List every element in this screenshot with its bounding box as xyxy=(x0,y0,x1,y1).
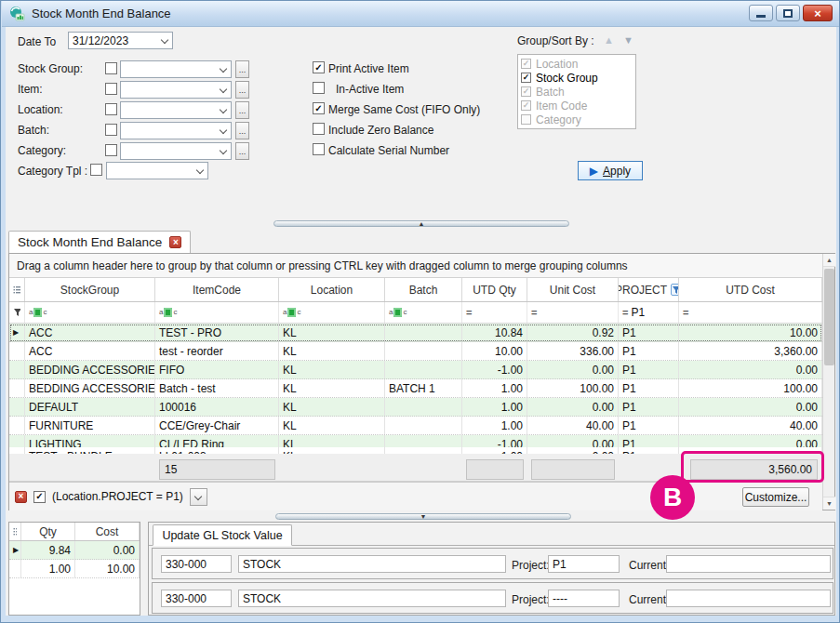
category-checkbox[interactable] xyxy=(105,144,117,156)
filter-cell-utd-cost[interactable]: = xyxy=(679,302,822,323)
grid-row[interactable]: DEFAULT100016KL1.000.00P10.00 xyxy=(9,398,822,417)
gl-row: 330-000STOCKProject:P1Current: xyxy=(152,548,833,579)
item-browse-button[interactable]: ... xyxy=(235,81,249,99)
cell-stockgroup: FURNITURE xyxy=(25,417,155,434)
merge-same-cost-checkbox[interactable] xyxy=(313,102,325,114)
grid-row[interactable]: ACCtest - reorderKL10.00336.00P13,360.00 xyxy=(9,342,822,361)
totals-grid-rows: ▶9.840.001.0010.00 xyxy=(9,541,140,578)
view-tab[interactable]: Stock Month End Balance × xyxy=(8,231,191,253)
gl-account-name-input[interactable]: STOCK xyxy=(238,555,506,573)
cell-utd-qty: 1.00 xyxy=(462,398,527,416)
filter-enabled-checkbox[interactable] xyxy=(33,491,46,503)
minimize-button[interactable] xyxy=(749,5,773,21)
grid-row[interactable]: FURNITURECCE/Grey-ChairKL1.0040.00P140.0… xyxy=(9,417,822,435)
batch-browse-button[interactable]: ... xyxy=(235,122,249,139)
print-active-item-checkbox[interactable] xyxy=(313,61,325,73)
bottom-splitter[interactable]: ▼ xyxy=(275,513,571,520)
date-to-value: 31/12/2023 xyxy=(73,34,128,47)
date-to-combo[interactable]: 31/12/2023 xyxy=(68,32,173,49)
totals-header-qty[interactable]: Qty xyxy=(21,523,75,540)
totals-cell-qty: 1.00 xyxy=(21,560,75,577)
totals-menu-cell[interactable] xyxy=(9,523,21,540)
stock-group-browse-button[interactable]: ... xyxy=(235,60,249,78)
active-filter-text: (Location.PROJECT = P1) xyxy=(52,490,183,503)
filter-cell-batch[interactable]: ac xyxy=(385,302,462,323)
gl-project-label: Project: xyxy=(512,593,550,606)
gl-current-input[interactable] xyxy=(666,555,831,573)
column-filter-active-icon[interactable] xyxy=(671,284,679,296)
move-down-icon[interactable]: ▼ xyxy=(623,34,633,46)
group-sort-label: Group/Sort By : xyxy=(517,34,594,47)
stock-group-sort-checkbox[interactable] xyxy=(521,73,531,83)
top-splitter[interactable]: ▲ xyxy=(273,220,569,227)
filter-cell-location[interactable]: ac xyxy=(279,302,385,323)
itemcode-header-label: ItemCode xyxy=(193,284,241,297)
cell-location: KL xyxy=(279,324,385,341)
column-header-unit-cost[interactable]: Unit Cost xyxy=(527,278,619,301)
filter-cell-project[interactable]: =P1 xyxy=(619,302,679,323)
filter-cell-stockgroup[interactable]: ac xyxy=(25,302,155,323)
filter-cell-unit-cost[interactable]: = xyxy=(527,302,619,323)
location-browse-button[interactable]: ... xyxy=(235,101,249,119)
cell-location: KL xyxy=(279,342,385,360)
move-up-icon[interactable]: ▲ xyxy=(604,34,614,46)
column-header-location[interactable]: Location xyxy=(279,278,385,301)
location-checkbox[interactable] xyxy=(105,103,117,115)
grid-row[interactable]: BEDDING ACCESSORIESFIFOKL-1.000.00P10.00 xyxy=(9,361,822,379)
grid-row[interactable]: BEDDING ACCESSORIESBatch - testKLBATCH 1… xyxy=(9,379,822,398)
gl-current-input[interactable] xyxy=(666,590,831,607)
gl-account-name-input[interactable]: STOCK xyxy=(238,590,506,607)
location-combo[interactable] xyxy=(120,101,232,119)
batch-combo[interactable] xyxy=(120,122,232,139)
update-gl-panel: Update GL Stock Value 330-000STOCKProjec… xyxy=(148,522,835,616)
maximize-button[interactable] xyxy=(776,5,800,21)
customize-button[interactable]: Customize... xyxy=(742,487,809,507)
item-combo[interactable] xyxy=(120,81,232,99)
batch-checkbox[interactable] xyxy=(105,124,117,136)
cell-unit-cost: 0.00 xyxy=(527,398,619,416)
column-header-stockgroup[interactable]: StockGroup xyxy=(25,278,155,301)
cell-batch xyxy=(385,447,462,454)
totals-row[interactable]: 1.0010.00 xyxy=(9,560,140,578)
stock-group-checkbox[interactable] xyxy=(105,62,117,74)
update-gl-tab[interactable]: Update GL Stock Value xyxy=(153,524,292,546)
calculate-serial-number-checkbox[interactable] xyxy=(313,143,325,155)
category-browse-button[interactable]: ... xyxy=(235,142,249,160)
cell-batch xyxy=(385,342,462,360)
column-header-project[interactable]: PROJECT xyxy=(619,278,679,301)
include-zero-balance-checkbox[interactable] xyxy=(313,123,325,135)
close-button[interactable]: × xyxy=(803,5,833,21)
column-header-itemcode[interactable]: ItemCode xyxy=(155,278,279,301)
column-header-utd-qty[interactable]: UTD Qty xyxy=(462,278,527,301)
filter-dropdown-button[interactable] xyxy=(190,488,207,506)
scrollbar-thumb[interactable] xyxy=(824,269,834,365)
scroll-up-icon[interactable]: ▲ xyxy=(823,254,835,267)
filter-cell-itemcode[interactable]: ac xyxy=(155,302,279,323)
category-tpl-checkbox[interactable] xyxy=(90,164,102,176)
in-active-item-checkbox[interactable] xyxy=(313,82,325,94)
category-combo[interactable] xyxy=(120,142,232,160)
stock-group-combo[interactable] xyxy=(120,60,232,78)
gl-project-input[interactable]: ---- xyxy=(548,590,620,607)
apply-button[interactable]: ▶ Apply xyxy=(578,161,643,180)
totals-header-cost[interactable]: Cost xyxy=(75,523,140,540)
totals-row[interactable]: ▶9.840.00 xyxy=(9,541,140,560)
item-count-summary: 15 xyxy=(159,459,275,480)
gl-account-input[interactable]: 330-000 xyxy=(161,590,232,607)
grid-menu-cell[interactable] xyxy=(9,278,25,301)
grid-row[interactable]: ▶ACCTEST - PROKL10.840.92P110.00 xyxy=(9,324,822,342)
filter-cell-utd-qty[interactable]: = xyxy=(462,302,527,323)
gl-account-input[interactable]: 330-000 xyxy=(161,555,232,573)
scroll-down-icon[interactable]: ▼ xyxy=(823,497,835,510)
gl-project-input[interactable]: P1 xyxy=(548,555,620,573)
column-header-utd-cost[interactable]: UTD Cost xyxy=(679,278,822,301)
remove-filter-icon[interactable]: × xyxy=(15,491,27,503)
project-header-label: PROJECT xyxy=(619,284,667,297)
group-sort-item-stock-group[interactable]: Stock Group xyxy=(521,71,635,85)
item-checkbox[interactable] xyxy=(105,83,117,95)
column-header-batch[interactable]: Batch xyxy=(385,278,462,301)
category-tpl-combo[interactable] xyxy=(106,162,208,179)
row-indicator-cell xyxy=(9,447,25,454)
row-indicator-cell xyxy=(9,417,25,434)
tab-close-icon[interactable]: × xyxy=(169,236,181,248)
